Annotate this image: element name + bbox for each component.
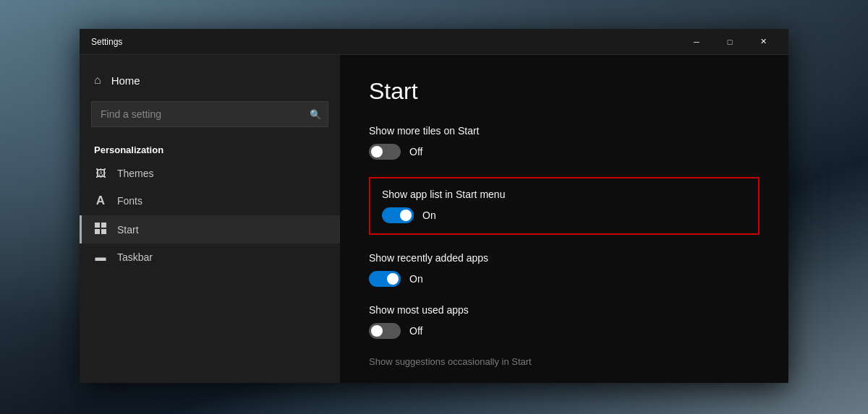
sidebar-item-themes[interactable]: 🖼 Themes: [80, 160, 340, 186]
fonts-label: Fonts: [117, 195, 142, 207]
setting-show-recently-added: Show recently added apps On: [369, 252, 760, 287]
maximize-button[interactable]: □: [713, 29, 746, 55]
svg-rect-2: [95, 229, 100, 234]
show-recently-added-label: Show recently added apps: [369, 252, 760, 264]
setting-show-app-list: Show app list in Start menu On: [369, 177, 760, 235]
show-recently-added-track: [369, 271, 401, 287]
show-suggestions-label: Show suggestions occasionally in Start: [369, 356, 760, 367]
search-input[interactable]: [91, 101, 328, 127]
home-label: Home: [111, 74, 140, 87]
titlebar-controls: ─ □ ✕: [680, 29, 780, 55]
sidebar-item-home[interactable]: ⌂ Home: [80, 66, 340, 94]
show-most-used-label: Show most used apps: [369, 304, 760, 316]
setting-show-suggestions: Show suggestions occasionally in Start: [369, 356, 760, 367]
page-title: Start: [369, 78, 760, 105]
themes-icon: 🖼: [94, 167, 107, 179]
minimize-button[interactable]: ─: [680, 29, 713, 55]
show-app-list-label: Show app list in Start menu: [382, 189, 746, 200]
show-most-used-track: [369, 323, 401, 339]
show-most-used-toggle[interactable]: [369, 323, 401, 339]
show-most-used-thumb: [371, 325, 383, 337]
show-most-used-state: Off: [409, 325, 422, 337]
show-app-list-thumb: [400, 210, 412, 221]
show-more-tiles-thumb: [371, 146, 383, 158]
show-recently-added-state: On: [409, 273, 423, 285]
section-header-personalization: Personalization: [80, 139, 340, 160]
svg-rect-1: [101, 223, 106, 228]
titlebar: Settings ─ □ ✕: [80, 29, 788, 55]
themes-label: Themes: [117, 168, 154, 179]
show-app-list-toggle[interactable]: [382, 207, 414, 223]
show-most-used-toggle-row: Off: [369, 323, 760, 339]
show-app-list-track: [382, 207, 414, 223]
close-button[interactable]: ✕: [746, 29, 780, 55]
show-recently-added-toggle[interactable]: [369, 271, 401, 287]
start-icon: [94, 223, 107, 236]
window-title: Settings: [91, 37, 122, 47]
taskbar-icon: ▬: [94, 251, 107, 263]
show-app-list-state: On: [422, 210, 436, 221]
sidebar-item-taskbar[interactable]: ▬ Taskbar: [80, 243, 340, 270]
show-more-tiles-state: Off: [409, 146, 422, 158]
svg-rect-0: [95, 223, 100, 228]
svg-rect-3: [101, 229, 106, 234]
show-more-tiles-toggle-row: Off: [369, 144, 760, 160]
settings-window: Settings ─ □ ✕ ⌂ Home 🔍 Personalization: [80, 29, 788, 383]
show-recently-added-toggle-row: On: [369, 271, 760, 287]
sidebar-item-fonts[interactable]: A Fonts: [80, 186, 340, 215]
setting-show-most-used: Show most used apps Off: [369, 304, 760, 339]
fonts-icon: A: [94, 194, 107, 208]
show-more-tiles-track: [369, 144, 401, 160]
search-icon: 🔍: [310, 109, 321, 120]
sidebar: ⌂ Home 🔍 Personalization 🖼 Themes A Font…: [80, 55, 340, 383]
main-panel: Start Show more tiles on Start Off Show …: [340, 55, 788, 383]
show-more-tiles-label: Show more tiles on Start: [369, 125, 760, 137]
setting-show-more-tiles: Show more tiles on Start Off: [369, 125, 760, 160]
search-box: 🔍: [91, 101, 328, 127]
home-icon: ⌂: [94, 74, 101, 87]
show-app-list-toggle-row: On: [382, 207, 746, 223]
content-area: ⌂ Home 🔍 Personalization 🖼 Themes A Font…: [80, 55, 788, 383]
sidebar-item-start[interactable]: Start: [80, 215, 340, 243]
show-more-tiles-toggle[interactable]: [369, 144, 401, 160]
start-label: Start: [117, 224, 139, 236]
taskbar-label: Taskbar: [117, 251, 153, 263]
show-recently-added-thumb: [387, 273, 399, 285]
